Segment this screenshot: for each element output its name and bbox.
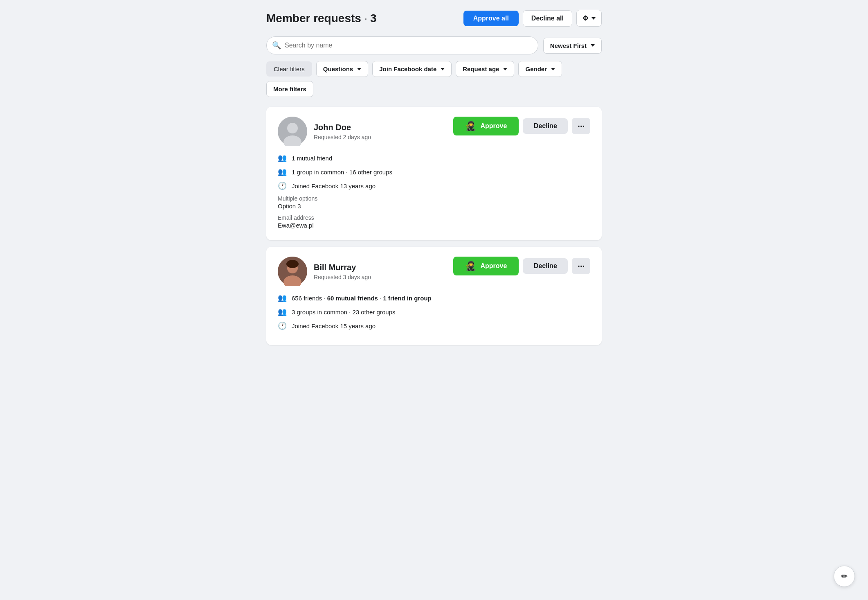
groups-text-bill: 3 groups in common · 23 other groups	[292, 309, 395, 316]
question-label-2-john: Email address	[278, 214, 590, 221]
more-options-button-bill[interactable]: ···	[572, 258, 590, 274]
approve-button-bill[interactable]: 🥷 Approve	[453, 257, 519, 275]
decline-button-bill[interactable]: Decline	[523, 258, 568, 274]
settings-icon: ⚙	[582, 14, 588, 22]
member-actions-john: 🥷 Approve Decline ···	[453, 117, 590, 135]
header-row: Member requests · 3 Approve all Decline …	[266, 10, 602, 27]
clock-icon-john	[278, 181, 287, 190]
joined-text-bill: Joined Facebook 15 years ago	[292, 323, 376, 329]
question-answer-1-john: Option 3	[278, 203, 590, 210]
question-answer-2-john: Ewa@ewa.pl	[278, 222, 590, 229]
people-icon-john-mutual	[278, 153, 287, 162]
avatar-bill-murray	[278, 257, 307, 286]
people-icon-bill-friends	[278, 293, 287, 302]
gender-label: Gender	[525, 65, 547, 72]
people-icon-bill-groups	[278, 307, 287, 316]
approve-ninja-icon-bill: 🥷	[465, 261, 476, 271]
join-facebook-date-filter-button[interactable]: Join Facebook date	[372, 61, 452, 77]
clear-filters-button[interactable]: Clear filters	[266, 61, 312, 77]
questions-filter-button[interactable]: Questions	[316, 61, 368, 77]
fab-button[interactable]: ✏	[834, 566, 855, 587]
member-card-bill-murray: Bill Murray Requested 3 days ago 🥷 Appro…	[266, 247, 602, 345]
decline-all-button[interactable]: Decline all	[523, 10, 572, 27]
questions-filter-label: Questions	[323, 65, 353, 72]
join-date-chevron-icon	[441, 68, 445, 70]
member-details-john: 1 mutual friend 1 group in common · 16 o…	[278, 153, 590, 229]
gender-filter-button[interactable]: Gender	[518, 61, 562, 77]
approve-ninja-icon-john: 🥷	[465, 121, 476, 131]
member-top-row-bill: Bill Murray Requested 3 days ago 🥷 Appro…	[278, 257, 590, 286]
approve-button-john[interactable]: 🥷 Approve	[453, 117, 519, 135]
friends-text-bill: 656 friends · 60 mutual friends · 1 frie…	[292, 295, 432, 302]
search-input[interactable]	[266, 36, 538, 54]
groups-row-bill: 3 groups in common · 23 other groups	[278, 307, 590, 316]
request-age-filter-button[interactable]: Request age	[456, 61, 514, 77]
member-top-row-john: John Doe Requested 2 days ago 🥷 Approve …	[278, 117, 590, 146]
mutual-friends-text-john: 1 mutual friend	[292, 155, 332, 162]
request-age-label: Request age	[463, 65, 499, 72]
joined-text-john: Joined Facebook 13 years ago	[292, 183, 376, 189]
page-title: Member requests · 3	[266, 12, 377, 25]
clock-icon-bill	[278, 321, 287, 330]
gender-chevron-icon	[551, 68, 555, 70]
member-card-john-doe: John Doe Requested 2 days ago 🥷 Approve …	[266, 107, 602, 240]
question-2-john: Email address Ewa@ewa.pl	[278, 214, 590, 229]
svg-point-6	[286, 260, 299, 268]
more-options-icon-bill: ···	[578, 262, 585, 271]
member-name-bill: Bill Murray	[314, 263, 371, 272]
member-identity-bill: Bill Murray Requested 3 days ago	[278, 257, 371, 286]
header-actions: Approve all Decline all ⚙	[463, 10, 602, 27]
filter-row: Clear filters Questions Join Facebook da…	[266, 61, 602, 97]
search-container: 🔍	[266, 36, 538, 54]
member-identity-john: John Doe Requested 2 days ago	[278, 117, 371, 146]
more-options-icon-john: ···	[578, 122, 585, 131]
decline-button-john[interactable]: Decline	[523, 118, 568, 134]
groups-text-john: 1 group in common · 16 other groups	[292, 169, 392, 176]
join-facebook-date-label: Join Facebook date	[379, 65, 436, 72]
joined-row-john: Joined Facebook 13 years ago	[278, 181, 590, 190]
avatar-john-doe	[278, 117, 307, 146]
sort-label: Newest First	[550, 42, 587, 49]
member-info-john: John Doe Requested 2 days ago	[314, 123, 371, 140]
joined-row-bill: Joined Facebook 15 years ago	[278, 321, 590, 330]
member-name-john: John Doe	[314, 123, 371, 132]
svg-point-1	[287, 123, 298, 133]
more-filters-button[interactable]: More filters	[266, 81, 313, 97]
friends-row-bill: 656 friends · 60 mutual friends · 1 frie…	[278, 293, 590, 302]
approve-all-button[interactable]: Approve all	[463, 11, 519, 26]
member-info-bill: Bill Murray Requested 3 days ago	[314, 263, 371, 280]
member-details-bill: 656 friends · 60 mutual friends · 1 frie…	[278, 293, 590, 330]
groups-row-john: 1 group in common · 16 other groups	[278, 167, 590, 176]
search-icon: 🔍	[272, 41, 281, 50]
settings-chevron	[591, 15, 596, 22]
sort-button[interactable]: Newest First	[543, 38, 602, 54]
fab-icon: ✏	[841, 571, 848, 581]
questions-chevron-icon	[357, 68, 361, 70]
member-requested-john: Requested 2 days ago	[314, 134, 371, 140]
question-1-john: Multiple options Option 3	[278, 195, 590, 210]
question-label-1-john: Multiple options	[278, 195, 590, 202]
more-options-button-john[interactable]: ···	[572, 118, 590, 134]
settings-button[interactable]: ⚙	[576, 10, 602, 27]
search-row: 🔍 Newest First	[266, 36, 602, 54]
member-actions-bill: 🥷 Approve Decline ···	[453, 257, 590, 275]
people-icon-john-groups	[278, 167, 287, 176]
member-requested-bill: Requested 3 days ago	[314, 274, 371, 280]
sort-chevron-icon	[591, 44, 595, 47]
mutual-friends-row-john: 1 mutual friend	[278, 153, 590, 162]
request-age-chevron-icon	[503, 68, 507, 70]
